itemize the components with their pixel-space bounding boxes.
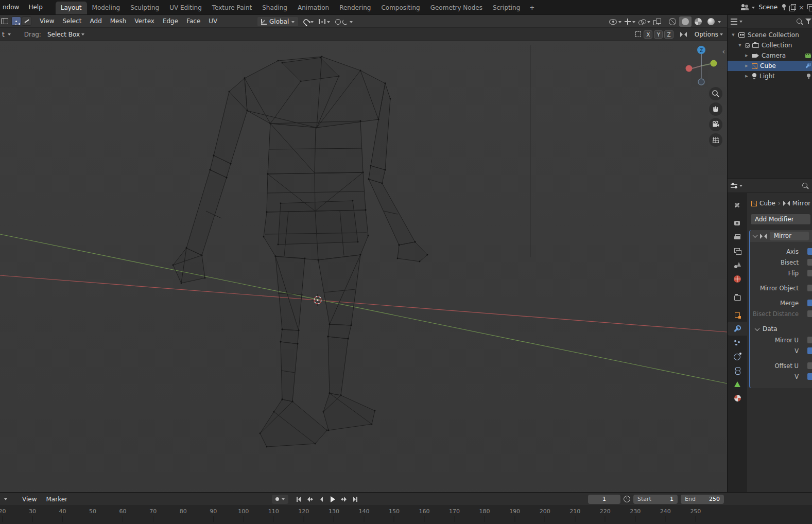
filter-icon[interactable] [805, 18, 811, 25]
ruler-tick-120[interactable]: 120 [298, 508, 309, 522]
ruler-tick-50[interactable]: 50 [89, 508, 96, 522]
properties-tab-world[interactable] [728, 272, 747, 286]
field-widget-clipped[interactable] [807, 248, 812, 255]
viewport-menu-select[interactable]: Select [58, 18, 85, 25]
jump-to-start-button[interactable] [293, 495, 304, 504]
gizmo-caret-icon[interactable] [632, 21, 635, 25]
disclosure-icon[interactable]: ▶ [744, 74, 749, 78]
workspace-tab-layout[interactable]: Layout [56, 2, 87, 14]
properties-tab-object[interactable] [728, 308, 747, 322]
wireframe-character-model[interactable] [172, 56, 428, 448]
ruler-tick-220[interactable]: 220 [600, 508, 611, 522]
viewport-menu-view[interactable]: View [36, 18, 58, 25]
checkbox-icon[interactable] [745, 43, 750, 48]
pan-hand-button[interactable] [709, 102, 722, 116]
properties-tab-scene[interactable] [728, 258, 747, 272]
mirror-icon[interactable] [680, 32, 687, 37]
ruler-tick-80[interactable]: 80 [180, 508, 187, 522]
workspace-tab-texture-paint[interactable]: Texture Paint [207, 2, 257, 14]
orthographic-grid-button[interactable] [709, 133, 722, 147]
ruler-tick-60[interactable]: 60 [119, 508, 127, 522]
menu-ndow[interactable]: ndow [0, 4, 24, 11]
ruler-tick-250[interactable]: 250 [690, 508, 701, 522]
properties-tab-collection[interactable] [728, 290, 747, 304]
field-widget-clipped[interactable] [807, 373, 812, 380]
3d-viewport[interactable]: Z ‹ [0, 41, 727, 492]
disclosure-icon[interactable]: ▼ [731, 33, 736, 37]
film-icon[interactable] [805, 54, 811, 58]
breadcrumb-object[interactable]: Cube [759, 200, 775, 207]
visibility-caret-icon[interactable] [618, 21, 621, 25]
shading-rendered-button[interactable] [705, 16, 717, 27]
modifier-name-field[interactable]: Mirror [770, 232, 809, 240]
ruler-tick-240[interactable]: 240 [660, 508, 671, 522]
workspace-tab-compositing[interactable]: Compositing [376, 2, 425, 14]
timeline-menu-marker[interactable]: Marker [41, 496, 72, 503]
viewport-menu-edge[interactable]: Edge [159, 18, 182, 25]
properties-tab-data[interactable] [728, 377, 747, 391]
show-gizmo-icon[interactable] [625, 19, 631, 25]
shading-material-button[interactable] [692, 16, 704, 27]
drag-mode-dropdown[interactable]: Select Box [47, 31, 84, 38]
overlays-caret-icon[interactable] [647, 21, 650, 25]
outliner-row-cube[interactable]: ▶Cube [728, 61, 812, 71]
ruler-tick-100[interactable]: 100 [238, 508, 249, 522]
field-widget-clipped[interactable] [807, 300, 812, 306]
ruler-tick-40[interactable]: 40 [59, 508, 66, 522]
ruler-tick-140[interactable]: 140 [358, 508, 369, 522]
falloff-caret-icon[interactable] [350, 21, 353, 25]
editor-type-icon[interactable] [1, 18, 8, 24]
editor-collapse-caret-icon[interactable] [4, 498, 7, 502]
navigation-gizmo[interactable]: Z [686, 46, 717, 85]
sidebar-toggle-arrow[interactable]: ‹ [722, 47, 725, 56]
reverse-play-button[interactable] [316, 495, 326, 504]
prev-keyframe-button[interactable] [305, 495, 315, 504]
ruler-tick-30[interactable]: 30 [29, 508, 36, 522]
edge-select-button[interactable] [22, 16, 31, 26]
show-overlays-icon[interactable] [638, 19, 646, 25]
breadcrumb-modifier[interactable]: Mirror [792, 200, 810, 207]
viewport-menu-face[interactable]: Face [182, 18, 204, 25]
snap-target-caret-icon[interactable] [327, 21, 330, 25]
scene-name[interactable]: Scene [759, 4, 778, 11]
viewport-menu-add[interactable]: Add [86, 18, 106, 25]
next-keyframe-button[interactable] [339, 495, 349, 504]
properties-tab-output[interactable] [728, 230, 747, 244]
zoom-button[interactable] [709, 87, 722, 100]
workspace-tab-animation[interactable]: Animation [292, 2, 334, 14]
view-layer-icon[interactable] [807, 4, 812, 10]
gizmo-minus-z-ball[interactable] [698, 79, 704, 85]
field-widget-clipped[interactable] [807, 347, 812, 354]
close-icon[interactable]: × [799, 4, 804, 11]
ruler-tick-90[interactable]: 90 [210, 508, 217, 522]
menu-help[interactable]: Help [24, 4, 47, 11]
end-frame-field[interactable]: End 250 [681, 495, 724, 504]
properties-tab-view-layer[interactable] [728, 244, 747, 258]
modifier-panel-header[interactable]: Mirror [750, 230, 812, 242]
viewport-canvas[interactable]: Z [0, 41, 727, 492]
axis-toggle-y[interactable]: Y [654, 30, 663, 39]
camera-view-button[interactable] [709, 118, 722, 131]
new-scene-icon[interactable] [789, 4, 796, 11]
ruler-tick-200[interactable]: 200 [540, 508, 550, 522]
display-mode-icon[interactable] [731, 19, 737, 25]
search-icon[interactable] [796, 18, 803, 25]
properties-tab-particles[interactable] [728, 336, 747, 350]
properties-tab-tool[interactable] [728, 198, 747, 212]
timeline-ruler[interactable]: 2030405060708090100110120130140150160170… [0, 506, 812, 524]
outliner-row-scene-collection[interactable]: ▼Scene Collection [728, 30, 812, 40]
workspace-tab-rendering[interactable]: Rendering [334, 2, 376, 14]
ruler-tick-130[interactable]: 130 [329, 508, 339, 522]
xray-toggle-icon[interactable] [653, 19, 660, 25]
wrench-icon[interactable] [805, 63, 811, 69]
snap-magnet-icon[interactable] [302, 18, 310, 26]
workspace-tab-uv-editing[interactable]: UV Editing [164, 2, 207, 14]
proportional-editing-icon[interactable] [335, 19, 341, 25]
gizmo-x-axis-ball[interactable] [686, 65, 693, 72]
workspace-tab-modeling[interactable]: Modeling [87, 2, 126, 14]
gizmo-y-axis-ball[interactable] [711, 60, 717, 67]
properties-tab-material[interactable] [728, 391, 747, 405]
expand-chevron-icon[interactable] [753, 233, 758, 238]
select-mode-icon[interactable] [635, 31, 641, 37]
field-widget-clipped[interactable] [807, 337, 812, 343]
